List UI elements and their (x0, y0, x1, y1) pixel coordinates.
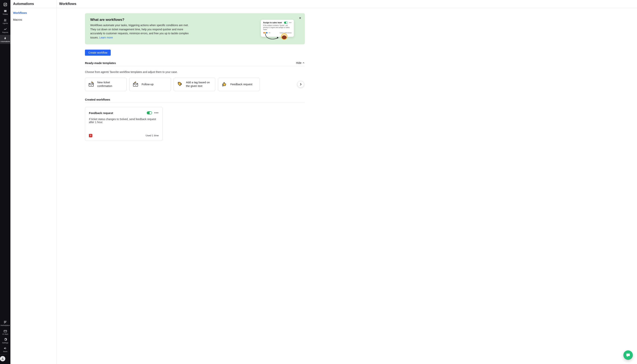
nav-item-reports[interactable]: Reports (0, 26, 11, 35)
svg-point-13 (179, 82, 179, 83)
nav-item-marketplace[interactable]: Marketplace (0, 319, 11, 328)
thumbs-up-icon (221, 81, 227, 87)
create-workflow-button[interactable]: Create workflow (85, 50, 111, 56)
template-label: Add a tag based on the given text (186, 81, 212, 88)
workflow-more-icon[interactable]: ••• (154, 111, 159, 114)
svg-rect-12 (133, 83, 138, 86)
section-title: Created workflows (85, 98, 110, 101)
chat-launcher[interactable] (623, 350, 633, 360)
svg-rect-6 (4, 322, 5, 323)
svg-rect-3 (4, 321, 5, 322)
page-title: Workflows (57, 0, 637, 8)
template-card-followup[interactable]: Follow-up (129, 78, 171, 91)
illus-desc: If the subject contains "Quote", set pri… (263, 24, 291, 31)
nav-label: 14 days (2, 333, 8, 335)
svg-point-15 (627, 354, 628, 355)
tag-icon: % (177, 81, 183, 87)
close-icon[interactable] (298, 16, 302, 20)
nav-item-news[interactable]: News (0, 345, 11, 354)
svg-point-1 (4, 19, 5, 20)
workflow-usage: Used 1 time (146, 134, 159, 137)
template-label: New ticket confirmation (97, 81, 123, 88)
sidebar-item-workflows[interactable]: Workflows (11, 10, 56, 16)
template-card-tag[interactable]: % Add a tag based on the given text (174, 78, 215, 91)
sidebar-title: Automations (11, 0, 56, 8)
hide-toggle[interactable]: Hide (296, 61, 305, 64)
illus-usage: Used 2,563 times (280, 32, 291, 34)
svg-rect-8 (4, 323, 5, 324)
svg-point-10 (2, 358, 3, 359)
templates-row: New ticket confirmation Follow-up % Add … (85, 78, 305, 91)
nav-label: Agents (3, 22, 8, 24)
templates-section-header: Ready-made templates Hide (85, 61, 305, 66)
global-nav-rail: Tickets Agents Reports Automations Marke… (0, 0, 11, 364)
divider (0, 354, 7, 354)
section-description: Choose from agents' favorite workflow te… (85, 70, 305, 74)
more-icon: ••• (289, 22, 291, 24)
sidebar-item-macros[interactable]: Macros (11, 16, 56, 23)
info-banner: What are workflows? Workflows automate y… (85, 13, 305, 44)
nav-item-automations[interactable]: Automations (0, 35, 11, 44)
svg-point-17 (629, 354, 629, 355)
workflow-description: If ticket status changes to Solved, send… (89, 118, 159, 124)
chat-icon (626, 353, 630, 357)
created-section-header: Created workflows (85, 98, 305, 103)
template-card-feedback[interactable]: Feedback request (218, 78, 260, 91)
section-title: Ready-made templates (85, 61, 116, 64)
nav-item-trial[interactable]: 14 days (0, 328, 11, 336)
learn-more-link[interactable]: Learn more (99, 36, 113, 39)
svg-rect-11 (89, 83, 94, 86)
svg-rect-5 (6, 321, 7, 322)
nav-item-settings[interactable]: Settings (0, 336, 11, 345)
template-card-new-ticket[interactable]: New ticket confirmation (85, 78, 127, 91)
nav-label: Marketplace (1, 324, 10, 326)
nav-label: Tickets (3, 14, 8, 15)
nav-label: Reports (2, 32, 8, 33)
nav-item-agents[interactable]: Agents (0, 17, 11, 26)
face-icon (281, 33, 287, 40)
scroll-next-button[interactable] (297, 81, 304, 88)
illus-title: Assign to sales team (263, 22, 283, 24)
user-avatar[interactable] (0, 356, 5, 361)
status-badge: S (89, 134, 92, 137)
svg-text:%: % (180, 83, 182, 85)
nav-label: Settings (2, 342, 8, 344)
banner-body: Workflows automate your tasks, triggerin… (90, 23, 189, 40)
arrow-icon (264, 33, 281, 42)
app-logo-icon (4, 3, 7, 6)
svg-point-2 (6, 19, 6, 20)
template-label: Follow-up (142, 82, 154, 86)
toggle-icon (284, 22, 288, 24)
workflow-card[interactable]: Feedback request ••• If ticket status ch… (85, 107, 163, 141)
svg-rect-7 (5, 322, 6, 323)
nav-label: Automations (1, 41, 10, 42)
mail-forward-icon (133, 81, 139, 87)
banner-title: What are workflows? (90, 18, 265, 22)
template-label: Feedback request (230, 82, 252, 86)
svg-point-16 (628, 354, 628, 355)
chevron-right-icon (299, 82, 302, 86)
mail-reply-icon (88, 81, 94, 87)
svg-rect-9 (4, 330, 7, 332)
main: Workflows What are workflows? Workflows … (57, 0, 637, 364)
banner-illustration: Assign to sales team ••• If the subject … (261, 20, 294, 37)
chevron-up-icon (302, 62, 305, 64)
nav-label: News (3, 351, 8, 352)
workflow-toggle[interactable] (147, 111, 152, 114)
workflow-title: Feedback request (89, 111, 147, 114)
section-sidebar: Automations Workflows Macros (11, 0, 57, 364)
svg-rect-4 (5, 321, 6, 322)
nav-item-tickets[interactable]: Tickets (0, 8, 11, 17)
